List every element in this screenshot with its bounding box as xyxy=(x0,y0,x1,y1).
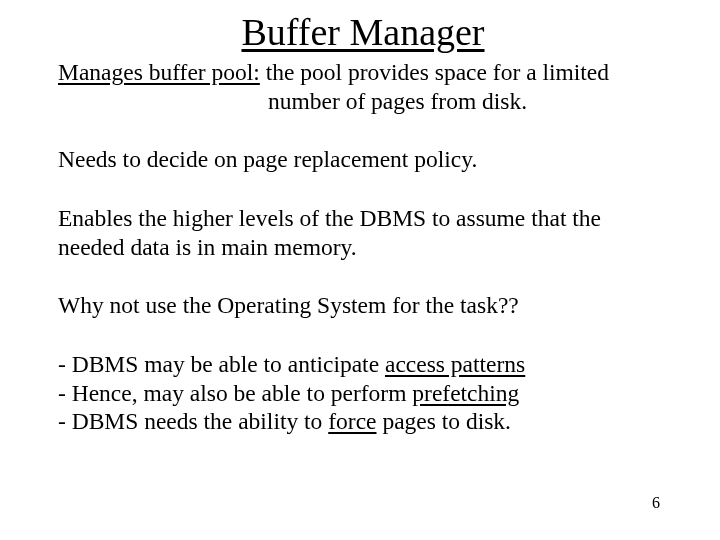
paragraph-why-not-os: Why not use the Operating System for the… xyxy=(58,291,668,320)
bullet-3: - DBMS needs the ability to force pages … xyxy=(58,408,511,434)
term-access-patterns: access patterns xyxy=(385,351,525,377)
slide-title: Buffer Manager xyxy=(58,10,668,54)
text-rest-line2: number of pages from disk. xyxy=(268,88,527,114)
text-lead-underlined: Manages buffer pool: xyxy=(58,59,260,85)
page-number: 6 xyxy=(652,494,660,512)
term-prefetching: prefetching xyxy=(412,380,519,406)
term-force: force xyxy=(328,408,376,434)
bullet-1: - DBMS may be able to anticipate access … xyxy=(58,351,525,377)
bullet-2: - Hence, may also be able to perform pre… xyxy=(58,380,519,406)
paragraph-replacement-policy: Needs to decide on page replacement poli… xyxy=(58,145,668,174)
paragraph-manages-buffer-pool: Manages buffer pool: the pool provides s… xyxy=(58,58,668,115)
text-rest-line1: the pool provides space for a limited xyxy=(260,59,609,85)
paragraph-enables-higher-levels: Enables the higher levels of the DBMS to… xyxy=(58,204,668,261)
bullet-list: - DBMS may be able to anticipate access … xyxy=(58,350,668,436)
